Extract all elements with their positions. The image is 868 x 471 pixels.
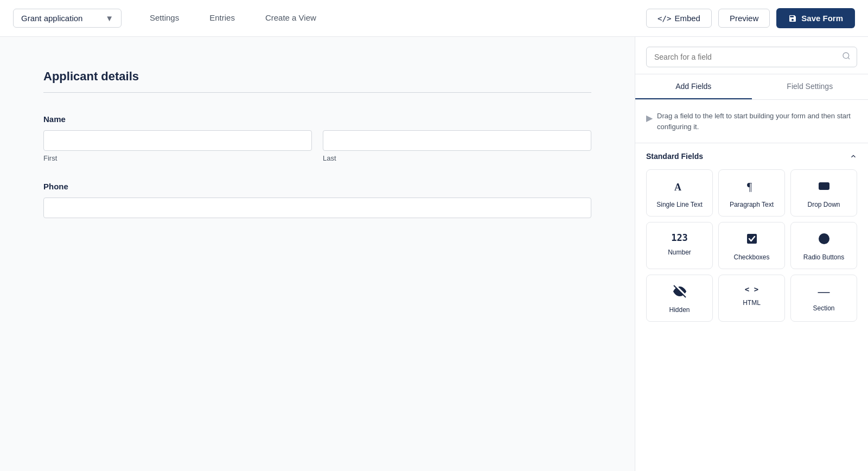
phone-label: Phone xyxy=(43,182,591,191)
first-name-input[interactable] xyxy=(43,130,312,151)
last-name-wrap: Last xyxy=(323,130,591,162)
drag-hint-text: Drag a field to the left to start buildi… xyxy=(657,111,857,132)
drop-down-icon xyxy=(818,180,831,195)
field-paragraph-text[interactable]: ¶ Paragraph Text xyxy=(718,169,785,217)
first-sublabel: First xyxy=(43,154,312,162)
name-inputs: First Last xyxy=(43,130,591,162)
preview-button[interactable]: Preview xyxy=(718,9,770,28)
nav-create-view[interactable]: Create a View xyxy=(250,0,331,37)
main-layout: Applicant details Name First Last Phone xyxy=(0,37,868,471)
svg-rect-5 xyxy=(747,234,757,244)
field-label-radio-buttons: Radio Buttons xyxy=(803,253,844,261)
field-label-paragraph-text: Paragraph Text xyxy=(730,201,774,208)
field-label-drop-down: Drop Down xyxy=(807,201,840,208)
save-icon xyxy=(788,14,797,23)
chevron-down-icon: ▼ xyxy=(105,14,113,23)
last-sublabel: Last xyxy=(323,154,591,162)
checkboxes-icon xyxy=(745,232,758,248)
field-html[interactable]: < > HTML xyxy=(718,275,785,322)
top-nav: Grant application ▼ Settings Entries Cre… xyxy=(0,0,868,37)
field-hidden[interactable]: Hidden xyxy=(646,275,713,322)
field-label-checkboxes: Checkboxes xyxy=(733,253,769,261)
html-icon: < > xyxy=(745,285,758,294)
first-name-wrap: First xyxy=(43,130,312,162)
embed-button[interactable]: </> Embed xyxy=(646,9,712,28)
number-icon: 123 xyxy=(671,232,688,243)
sidebar: Add Fields Field Settings ▶ Drag a field… xyxy=(635,37,868,471)
fields-grid: A Single Line Text ¶ Paragraph Text xyxy=(646,169,857,322)
name-field-group: Name First Last xyxy=(43,114,591,162)
section-title: Applicant details xyxy=(43,69,591,84)
app-selector[interactable]: Grant application ▼ xyxy=(13,9,122,28)
app-title: Grant application xyxy=(21,14,82,23)
drag-hint: ▶ Drag a field to the left to start buil… xyxy=(635,100,868,143)
field-label-hidden: Hidden xyxy=(669,306,690,314)
search-input[interactable] xyxy=(646,47,857,67)
tabs: Add Fields Field Settings xyxy=(635,74,868,100)
svg-text:A: A xyxy=(674,182,681,193)
tab-add-fields[interactable]: Add Fields xyxy=(635,74,752,99)
nav-entries[interactable]: Entries xyxy=(194,0,250,37)
section-icon: — xyxy=(818,285,830,299)
phone-input[interactable] xyxy=(43,198,591,218)
field-number[interactable]: 123 Number xyxy=(646,222,713,269)
nav-settings[interactable]: Settings xyxy=(135,0,194,37)
svg-point-7 xyxy=(822,237,826,241)
collapse-icon xyxy=(850,152,857,160)
cursor-icon: ▶ xyxy=(646,112,653,125)
field-label-html: HTML xyxy=(743,299,761,307)
single-line-text-icon: A xyxy=(673,180,686,195)
section-divider xyxy=(43,92,591,93)
name-label: Name xyxy=(43,114,591,124)
tab-field-settings[interactable]: Field Settings xyxy=(752,74,869,99)
svg-text:¶: ¶ xyxy=(747,181,752,193)
field-radio-buttons[interactable]: Radio Buttons xyxy=(790,222,857,269)
radio-buttons-icon xyxy=(818,232,831,248)
search-wrap xyxy=(646,47,857,67)
save-form-button[interactable]: Save Form xyxy=(776,8,855,28)
embed-icon: </> xyxy=(658,14,671,23)
form-area: Applicant details Name First Last Phone xyxy=(0,37,635,471)
field-label-section: Section xyxy=(813,304,834,312)
standard-fields-label: Standard Fields xyxy=(646,152,703,161)
field-checkboxes[interactable]: Checkboxes xyxy=(718,222,785,269)
field-label-number: Number xyxy=(668,249,691,256)
field-label-single-line-text: Single Line Text xyxy=(656,201,703,208)
field-single-line-text[interactable]: A Single Line Text xyxy=(646,169,713,217)
standard-fields-header[interactable]: Standard Fields xyxy=(646,152,857,161)
field-drop-down[interactable]: Drop Down xyxy=(790,169,857,217)
paragraph-text-icon: ¶ xyxy=(745,180,758,195)
last-name-input[interactable] xyxy=(323,130,591,151)
field-section[interactable]: — Section xyxy=(790,275,857,322)
fields-section: Standard Fields A Single Line Text ¶ Par… xyxy=(635,143,868,471)
nav-actions: </> Embed Preview Save Form xyxy=(646,8,855,28)
search-box xyxy=(635,37,868,74)
nav-links: Settings Entries Create a View xyxy=(135,0,331,37)
phone-field-group: Phone xyxy=(43,182,591,218)
hidden-icon xyxy=(673,285,686,301)
